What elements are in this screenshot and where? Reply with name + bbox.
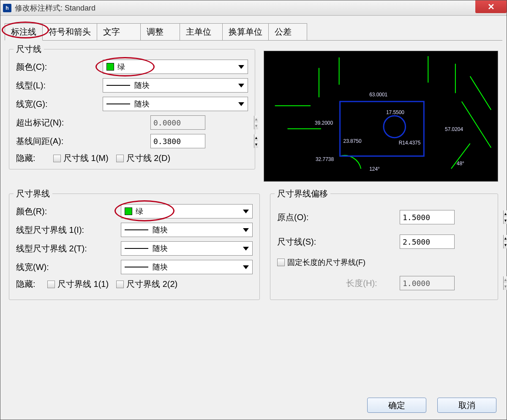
content-area: 尺寸线 颜色(C): 绿 线型(L): bbox=[0, 41, 507, 393]
tab-dimension-line[interactable]: 标注线 bbox=[5, 23, 43, 41]
ext-lt1-label: 线型尺寸界线 1(I): bbox=[16, 224, 121, 236]
combo-value: 随块 bbox=[134, 99, 150, 109]
dim-text: R14.4375 bbox=[399, 140, 421, 146]
ext-color-label: 颜色(R): bbox=[16, 206, 121, 217]
extend-label: 超出标记(N): bbox=[16, 117, 150, 128]
extension-line-group: 尺寸界线 颜色(R): 绿 线型尺寸界线 1(I): 随块 bbox=[9, 194, 260, 300]
dim-lineweight-combo[interactable]: 随块 bbox=[103, 97, 248, 111]
dimline-offset-label: 尺寸线(S): bbox=[277, 236, 400, 248]
cancel-button[interactable]: 取消 bbox=[437, 398, 496, 413]
ext-lw-combo[interactable]: 随块 bbox=[121, 260, 253, 274]
checkbox-label: 尺寸界线 1(1) bbox=[57, 278, 109, 290]
app-icon: h bbox=[3, 4, 11, 12]
svg-point-10 bbox=[384, 116, 406, 138]
tab-label: 标注线 bbox=[11, 27, 36, 36]
linetype-label: 线型(L): bbox=[16, 80, 103, 91]
length-label: 长度(H): bbox=[277, 278, 400, 289]
button-row: 确定 取消 bbox=[0, 393, 507, 420]
combo-value: 绿 bbox=[136, 206, 143, 216]
hide-extline2-checkbox[interactable] bbox=[116, 281, 124, 288]
dim-text: 48° bbox=[457, 161, 464, 166]
combo-value: 绿 bbox=[117, 62, 125, 72]
length-input bbox=[400, 276, 503, 290]
ext-color-combo[interactable]: 绿 bbox=[121, 204, 253, 218]
tab-adjust[interactable]: 调整 bbox=[140, 23, 180, 40]
chevron-down-icon bbox=[243, 247, 249, 251]
spin-up-icon[interactable]: ▲ bbox=[504, 210, 507, 217]
line-sample-icon bbox=[106, 104, 130, 104]
dim-text: 23.8750 bbox=[343, 138, 362, 144]
dim-text: 17.5500 bbox=[386, 109, 404, 115]
spin-up-icon[interactable]: ▲ bbox=[254, 134, 258, 141]
spin-up-icon[interactable]: ▲ bbox=[504, 235, 507, 242]
ext-lt1-combo[interactable]: 随块 bbox=[121, 223, 253, 237]
tab-label: 符号和箭头 bbox=[49, 27, 91, 36]
dim-linetype-combo[interactable]: 随块 bbox=[103, 78, 248, 93]
color-swatch-icon bbox=[125, 207, 132, 215]
lineweight-label: 线宽(G): bbox=[16, 98, 103, 110]
baseline-input[interactable] bbox=[151, 134, 254, 148]
dimline-offset-spinner[interactable]: ▲▼ bbox=[400, 235, 455, 249]
hide-dimline1-checkbox[interactable] bbox=[53, 155, 61, 162]
extend-input bbox=[151, 116, 254, 129]
tab-text[interactable]: 文字 bbox=[97, 23, 141, 40]
checkbox-label: 尺寸线 1(M) bbox=[63, 153, 109, 164]
dim-text: 39.2000 bbox=[315, 120, 333, 126]
color-label: 颜色(C): bbox=[16, 61, 103, 73]
tab-primary-units[interactable]: 主单位 bbox=[180, 23, 223, 40]
combo-value: 随块 bbox=[134, 80, 150, 90]
spin-down-icon: ▼ bbox=[504, 283, 507, 290]
hide-extline1-checkbox[interactable] bbox=[47, 281, 55, 288]
combo-value: 随块 bbox=[153, 225, 168, 235]
spin-up-icon: ▲ bbox=[254, 116, 258, 123]
chevron-down-icon bbox=[243, 265, 249, 269]
dim-text: 57.0204 bbox=[445, 126, 463, 132]
color-swatch-icon bbox=[106, 63, 114, 71]
ext-lw-label: 线宽(W): bbox=[16, 262, 121, 273]
chevron-down-icon bbox=[243, 210, 249, 213]
dimension-line-group: 尺寸线 颜色(C): 绿 线型(L): bbox=[9, 49, 255, 169]
baseline-spinner[interactable]: ▲▼ bbox=[150, 134, 205, 148]
ext-lt2-combo[interactable]: 随块 bbox=[121, 241, 253, 256]
chevron-down-icon bbox=[238, 84, 244, 87]
fixed-length-label: 固定长度的尺寸界线(F) bbox=[287, 257, 365, 267]
extension-offset-group: 尺寸界线偏移 原点(O): ▲▼ 尺寸线(S): ▲▼ bbox=[270, 194, 498, 300]
tab-symbols-arrows[interactable]: 符号和箭头 bbox=[42, 23, 97, 40]
svg-line-6 bbox=[470, 76, 491, 110]
origin-label: 原点(O): bbox=[277, 212, 400, 223]
titlebar: h 修改标注样式: Standard ✕ bbox=[0, 0, 507, 16]
svg-line-7 bbox=[462, 101, 491, 147]
dim-color-combo[interactable]: 绿 bbox=[103, 60, 248, 74]
button-label: 确定 bbox=[388, 400, 405, 411]
group-title: 尺寸界线偏移 bbox=[275, 188, 330, 199]
close-button[interactable]: ✕ bbox=[475, 0, 507, 13]
tab-label: 公差 bbox=[275, 27, 292, 36]
line-sample-icon bbox=[106, 85, 130, 86]
combo-value: 随块 bbox=[153, 262, 168, 272]
fixed-length-checkbox[interactable] bbox=[277, 259, 285, 266]
window-title: 修改标注样式: Standard bbox=[15, 3, 95, 13]
svg-rect-9 bbox=[340, 101, 424, 156]
spin-down-icon[interactable]: ▼ bbox=[254, 141, 258, 148]
tab-alt-units[interactable]: 换算单位 bbox=[222, 23, 269, 40]
tab-tolerance[interactable]: 公差 bbox=[268, 23, 307, 40]
spin-down-icon[interactable]: ▼ bbox=[504, 217, 507, 224]
origin-input[interactable] bbox=[400, 210, 503, 224]
ext-lt2-label: 线型尺寸界线 2(T): bbox=[16, 243, 121, 254]
dimline-offset-input[interactable] bbox=[400, 235, 503, 248]
line-sample-icon bbox=[125, 267, 148, 267]
checkbox-label: 尺寸线 2(D) bbox=[126, 153, 170, 164]
spin-down-icon: ▼ bbox=[254, 123, 258, 129]
dim-text: 124° bbox=[369, 166, 380, 172]
origin-spinner[interactable]: ▲▼ bbox=[400, 210, 455, 224]
dim-text: 63.0001 bbox=[369, 92, 387, 98]
tab-label: 主单位 bbox=[186, 27, 211, 36]
hide-dimline2-checkbox[interactable] bbox=[116, 155, 124, 162]
line-sample-icon bbox=[125, 229, 148, 230]
spin-down-icon[interactable]: ▼ bbox=[504, 242, 507, 248]
chevron-down-icon bbox=[238, 102, 244, 106]
tab-bar: 标注线 符号和箭头 文字 调整 主单位 换算单位 公差 bbox=[5, 23, 502, 41]
spin-up-icon: ▲ bbox=[504, 276, 507, 283]
group-title: 尺寸线 bbox=[14, 44, 44, 55]
ok-button[interactable]: 确定 bbox=[367, 398, 426, 413]
